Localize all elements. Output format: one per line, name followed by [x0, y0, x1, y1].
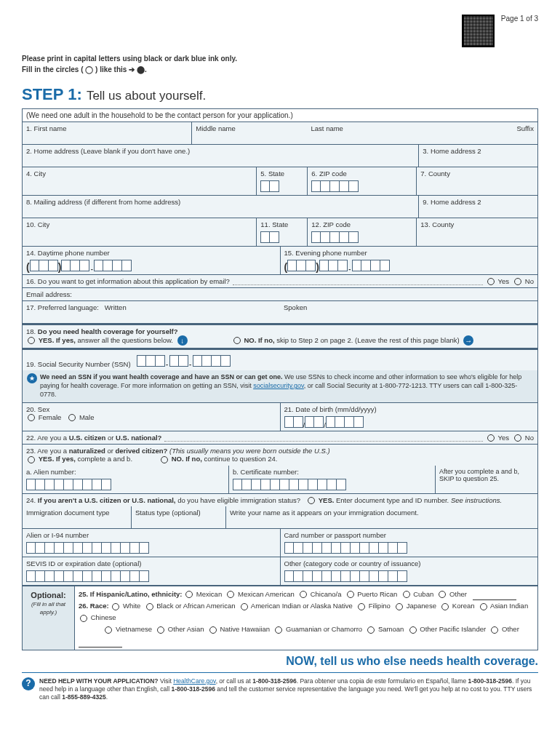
- field-first-name[interactable]: 1. First name: [23, 122, 192, 144]
- radio-guamanian-or-chamorro[interactable]: Guamanian or Chamorro: [273, 625, 366, 633]
- radio-22-yes[interactable]: Yes: [486, 434, 509, 442]
- qr-code: [462, 15, 495, 47]
- field-middle-name[interactable]: Middle name: [192, 122, 307, 144]
- question-23: 23. Are you a naturalized or derived cit…: [23, 445, 537, 465]
- radio-samoan[interactable]: Samoan: [366, 625, 407, 633]
- field-alien-number[interactable]: a. Alien number:: [23, 466, 229, 493]
- field-mailing-address-2[interactable]: 9. Home address 2: [419, 196, 537, 218]
- optional-label: Optional:(Fill in all that apply.): [23, 586, 75, 650]
- field-lang-spoken[interactable]: Spoken: [280, 301, 537, 323]
- radio-other[interactable]: Other: [437, 590, 471, 598]
- field-card-passport[interactable]: Card number or passport number: [281, 529, 538, 557]
- radio-chicano-a[interactable]: Chicano/a: [298, 590, 345, 598]
- footer-cta: NOW, tell us who else needs health cover…: [22, 655, 538, 668]
- field-city[interactable]: 4. City: [23, 167, 257, 195]
- field-home-address-2[interactable]: 3. Home address 2: [419, 145, 537, 167]
- radio-vietnamese[interactable]: Vietnamese: [103, 625, 156, 633]
- star-icon: ★: [27, 373, 37, 383]
- radio-asian-indian[interactable]: Asian Indian: [479, 602, 532, 610]
- radio-22-no[interactable]: No: [513, 434, 534, 442]
- field-mail-county[interactable]: 13. County: [417, 218, 537, 246]
- radio-chinese[interactable]: Chinese: [79, 613, 120, 621]
- field-cert-number[interactable]: b. Certificate number:: [229, 466, 436, 493]
- field-mail-state[interactable]: 11. State: [257, 218, 308, 246]
- radio-email-no[interactable]: No: [513, 277, 534, 285]
- radio-american-indian-or-alaska-native[interactable]: American Indian or Alaska Native: [239, 602, 356, 610]
- question-icon: ?: [22, 677, 35, 690]
- radio-24-yes[interactable]: YES. Enter document type and ID number. …: [306, 496, 502, 504]
- field-status-type[interactable]: Status type (optional): [132, 506, 226, 528]
- field-imm-doc-type[interactable]: Immigration document type: [23, 506, 132, 528]
- step-heading: STEP 1: Tell us about yourself.: [22, 85, 538, 104]
- field-daytime-phone[interactable]: 14. Daytime phone number ()-: [23, 247, 281, 274]
- field-ssn[interactable]: 19. Social Security Number (SSN) --: [23, 348, 537, 370]
- field-sevis[interactable]: SEVIS ID or expiration date (optional): [23, 557, 281, 585]
- field-lang-written[interactable]: 17. Preferred language: Written: [23, 301, 280, 323]
- field-mail-city[interactable]: 10. City: [23, 218, 257, 246]
- question-email-info: 16. Do you want to get information about…: [23, 275, 537, 288]
- field-imm-name[interactable]: Write your name as it appears on your im…: [226, 506, 537, 528]
- skip-note: After you complete a and b, SKIP to ques…: [436, 466, 537, 493]
- field-last-name[interactable]: Last name: [308, 122, 476, 144]
- question-22: 22. Are you a U.S. citizen or U.S. natio…: [23, 431, 537, 445]
- field-state[interactable]: 5. State: [257, 167, 308, 195]
- field-dob[interactable]: 21. Date of birth (mm/dd/yyyy) //: [281, 403, 538, 431]
- radio-male[interactable]: Male: [67, 413, 94, 421]
- radio-18-no[interactable]: NO. If no, skip to Step 2 on page 2. (Le…: [232, 336, 460, 344]
- field-email-address[interactable]: Email address:: [23, 288, 537, 301]
- instruction-1: Please print in capital letters using bl…: [22, 53, 538, 64]
- field-mail-zip[interactable]: 12. ZIP code: [308, 218, 417, 246]
- field-evening-phone[interactable]: 15. Evening phone number ()-: [281, 247, 538, 274]
- radio-23-no[interactable]: NO. If no, continue to question 24.: [159, 455, 277, 463]
- field-suffix[interactable]: Suffix: [476, 122, 537, 144]
- field-sex: 20. Sex Female Male: [23, 403, 281, 431]
- radio-female[interactable]: Female: [26, 413, 61, 421]
- optional-content: 25. If Hispanic/Latino, ethnicity: Mexic…: [75, 586, 537, 650]
- radio-native-hawaiian[interactable]: Native Hawaiian: [208, 625, 274, 633]
- radio-black-or-african-american[interactable]: Black or African American: [145, 602, 239, 610]
- field-other-code[interactable]: Other (category code or country of issua…: [281, 557, 538, 585]
- field-home-address[interactable]: 2. Home address (Leave blank if you don'…: [23, 145, 419, 167]
- radio-other[interactable]: Other: [489, 625, 523, 633]
- radio-mexican[interactable]: Mexican: [184, 590, 225, 598]
- radio-korean[interactable]: Korean: [440, 602, 479, 610]
- instruction-2: Fill in the circles ( ◯ ) like this ➔ ⬤.: [22, 64, 538, 75]
- radio-23-yes[interactable]: YES. If yes, complete a and b.: [26, 455, 132, 463]
- radio-cuban[interactable]: Cuban: [401, 590, 438, 598]
- radio-puerto-rican[interactable]: Puerto Rican: [345, 590, 401, 598]
- field-mailing-address[interactable]: 8. Mailing address (if different from ho…: [23, 196, 419, 218]
- question-24: 24. If you aren't a U.S. citizen or U.S.…: [23, 494, 537, 506]
- radio-japanese[interactable]: Japanese: [394, 602, 440, 610]
- radio-white[interactable]: White: [111, 602, 144, 610]
- radio-filipino[interactable]: Filipino: [356, 602, 394, 610]
- radio-mexican-american[interactable]: Mexican American: [225, 590, 298, 598]
- radio-18-yes[interactable]: YES. If yes, answer all the questions be…: [26, 336, 173, 344]
- arrow-right-icon: →: [463, 335, 473, 346]
- arrow-down-icon: ↓: [177, 335, 188, 346]
- radio-email-yes[interactable]: Yes: [486, 277, 509, 285]
- ssn-info-box: ★ We need an SSN if you want health cove…: [23, 370, 537, 402]
- page-number: Page 1 of 3: [501, 15, 538, 23]
- question-18: 18. Do you need health coverage for your…: [23, 324, 537, 348]
- field-zip[interactable]: 6. ZIP code: [308, 167, 417, 195]
- field-alien-i94[interactable]: Alien or I-94 number: [23, 529, 281, 557]
- link-ssa[interactable]: socialsecurity.gov: [253, 382, 304, 389]
- radio-other-asian[interactable]: Other Asian: [156, 625, 208, 633]
- field-county[interactable]: 7. County: [417, 167, 537, 195]
- link-healthcare[interactable]: HealthCare.gov: [173, 677, 215, 685]
- footer-help: ? NEED HELP WITH YOUR APPLICATION? Visit…: [22, 672, 538, 701]
- radio-other-pacific-islander[interactable]: Other Pacific Islander: [408, 625, 490, 633]
- section-subtitle: (We need one adult in the household to b…: [23, 109, 537, 122]
